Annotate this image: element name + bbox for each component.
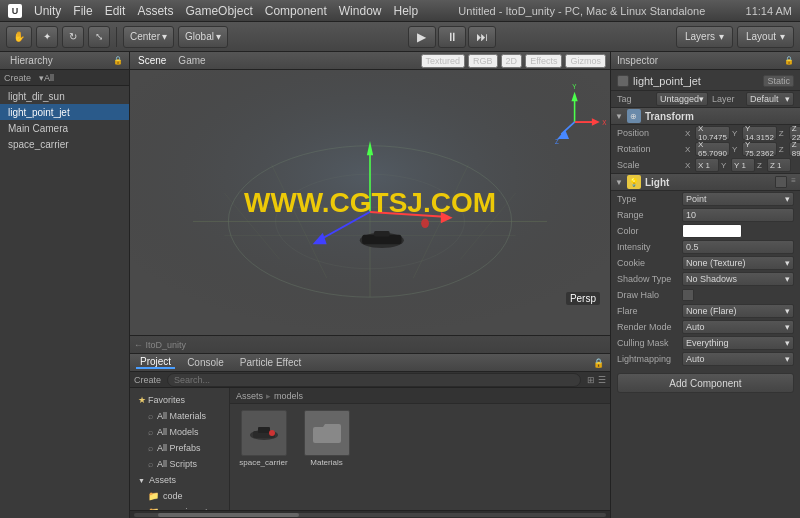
layers-button[interactable]: Layers ▾ [676, 26, 733, 48]
sx-label: X [685, 161, 693, 170]
light-header[interactable]: ▼ 💡 Light ≡ [611, 173, 800, 191]
hierarchy-tab[interactable]: Hierarchy [6, 55, 57, 66]
inspector-tab[interactable]: Inspector [617, 55, 658, 66]
2d-btn[interactable]: 2D [501, 54, 523, 68]
scale-tool-button[interactable]: ⤡ [88, 26, 110, 48]
shadow-type-label: Shadow Type [617, 274, 682, 284]
pause-button[interactable]: ⏸ [438, 26, 466, 48]
hierarchy-item-light-point-jet[interactable]: light_point_jet [0, 104, 129, 120]
space-button[interactable]: Global ▾ [178, 26, 228, 48]
step-button[interactable]: ⏭ [468, 26, 496, 48]
scene-tab[interactable]: Scene [134, 55, 170, 66]
play-button[interactable]: ▶ [408, 26, 436, 48]
tag-value-btn[interactable]: Untagged▾ [656, 92, 708, 106]
breadcrumb-models[interactable]: models [274, 391, 303, 401]
range-input[interactable]: 10 [682, 208, 794, 222]
range-row: Range 10 [611, 207, 800, 223]
cookie-value-btn[interactable]: None (Texture)▾ [682, 256, 794, 270]
project-create-btn[interactable]: Create [134, 375, 161, 385]
intensity-row: Intensity 0.5 [611, 239, 800, 255]
render-mode-value-btn[interactable]: Auto▾ [682, 320, 794, 334]
asset-thumb-materials [304, 410, 350, 456]
hierarchy-item-light-dir-sun[interactable]: light_dir_sun [0, 88, 129, 104]
light-menu-icon[interactable]: ≡ [791, 176, 796, 188]
project-search-input[interactable] [167, 373, 581, 387]
tree-favorites[interactable]: ★ Favorites [134, 392, 225, 408]
watermark-text: WWW.CGTSJ.COM [244, 187, 496, 219]
position-y-input[interactable]: Y 14.3152 [742, 126, 777, 140]
position-z-input[interactable]: Z 22.5406 [789, 126, 800, 140]
gizmos-btn[interactable]: Gizmos [565, 54, 606, 68]
culling-mask-value-btn[interactable]: Everything▾ [682, 336, 794, 350]
add-component-button[interactable]: Add Component [617, 373, 794, 393]
render-mode-label: Render Mode [617, 322, 682, 332]
rotation-x-input[interactable]: X 65.7090 [695, 142, 730, 156]
move-tool-button[interactable]: ✦ [36, 26, 58, 48]
culling-mask-label: Culling Mask [617, 338, 682, 348]
tree-all-scripts[interactable]: ⌕ All Scripts [134, 456, 225, 472]
menu-help[interactable]: Help [393, 4, 418, 18]
game-tab[interactable]: Game [174, 55, 209, 66]
effects-btn[interactable]: Effects [525, 54, 562, 68]
scale-x-input[interactable]: X 1 [695, 158, 719, 172]
rotate-tool-button[interactable]: ↻ [62, 26, 84, 48]
position-x-input[interactable]: X 10.7475 [695, 126, 730, 140]
tree-all-models[interactable]: ⌕ All Models [134, 424, 225, 440]
asset-space-carrier[interactable]: space_carrier [236, 410, 291, 467]
scene-toolbar: Scene Game Textured RGB 2D Effects Gizmo… [130, 52, 610, 70]
color-swatch[interactable] [682, 224, 742, 238]
position-label: Position [617, 128, 682, 138]
scale-y-input[interactable]: Y 1 [731, 158, 755, 172]
tree-all-materials[interactable]: ⌕ All Materials [134, 408, 225, 424]
hierarchy-filter-btn[interactable]: ▾All [39, 73, 54, 83]
hierarchy-lock-icon: 🔒 [113, 56, 123, 65]
light-toggle[interactable] [775, 176, 787, 188]
type-value-btn[interactable]: Point▾ [682, 192, 794, 206]
rotation-y-input[interactable]: Y 75.2362 [742, 142, 777, 156]
tag-row: Tag Untagged▾ Layer Default▾ [611, 91, 800, 107]
layout-button[interactable]: Layout ▾ [737, 26, 794, 48]
hand-tool-button[interactable]: ✋ [6, 26, 32, 48]
menu-file[interactable]: File [73, 4, 92, 18]
particle-effect-tab[interactable]: Particle Effect [236, 357, 306, 368]
shadow-type-value-btn[interactable]: No Shadows▾ [682, 272, 794, 286]
pivot-button[interactable]: Center ▾ [123, 26, 174, 48]
lightmap-value-btn[interactable]: Auto▾ [682, 352, 794, 366]
rotation-z-input[interactable]: Z 89.0959 [789, 142, 800, 156]
folder-code-icon: 📁 [148, 491, 159, 501]
breadcrumb-assets[interactable]: Assets [236, 391, 263, 401]
draw-halo-row: Draw Halo [611, 287, 800, 303]
layer-value-btn[interactable]: Default▾ [746, 92, 794, 106]
obj-header: light_point_jet Static [611, 72, 800, 91]
obj-active-checkbox[interactable] [617, 75, 629, 87]
transform-title: Transform [645, 111, 694, 122]
svg-text:Z: Z [555, 137, 560, 145]
flare-value-btn[interactable]: None (Flare)▾ [682, 304, 794, 318]
textured-btn[interactable]: Textured [421, 54, 466, 68]
tree-all-prefabs[interactable]: ⌕ All Prefabs [134, 440, 225, 456]
intensity-input[interactable]: 0.5 [682, 240, 794, 254]
scale-label: Scale [617, 160, 682, 170]
hierarchy-item-main-camera[interactable]: Main Camera [0, 120, 129, 136]
transform-arrow-icon: ▼ [615, 112, 623, 121]
console-tab[interactable]: Console [183, 357, 228, 368]
menu-unity[interactable]: Unity [34, 4, 61, 18]
hierarchy-create-btn[interactable]: Create [4, 73, 31, 83]
asset-materials[interactable]: Materials [299, 410, 354, 467]
scene-view[interactable]: Y X Z WWW.CGTSJ.COM Persp [130, 70, 610, 335]
scale-z-input[interactable]: Z 1 [767, 158, 791, 172]
menu-component[interactable]: Component [265, 4, 327, 18]
menu-window[interactable]: Window [339, 4, 382, 18]
static-button[interactable]: Static [763, 75, 794, 87]
hierarchy-item-space-carrier[interactable]: space_carrier [0, 136, 129, 152]
scroll-track[interactable] [134, 513, 606, 517]
menu-edit[interactable]: Edit [105, 4, 126, 18]
draw-halo-checkbox[interactable] [682, 289, 694, 301]
menu-gameobject[interactable]: GameObject [185, 4, 252, 18]
project-tab[interactable]: Project [136, 356, 175, 369]
transform-header[interactable]: ▼ ⊕ Transform [611, 107, 800, 125]
tree-assets[interactable]: ▼ Assets [134, 472, 225, 488]
rgb-btn[interactable]: RGB [468, 54, 498, 68]
tree-code[interactable]: 📁 code [134, 488, 225, 504]
menu-assets[interactable]: Assets [137, 4, 173, 18]
